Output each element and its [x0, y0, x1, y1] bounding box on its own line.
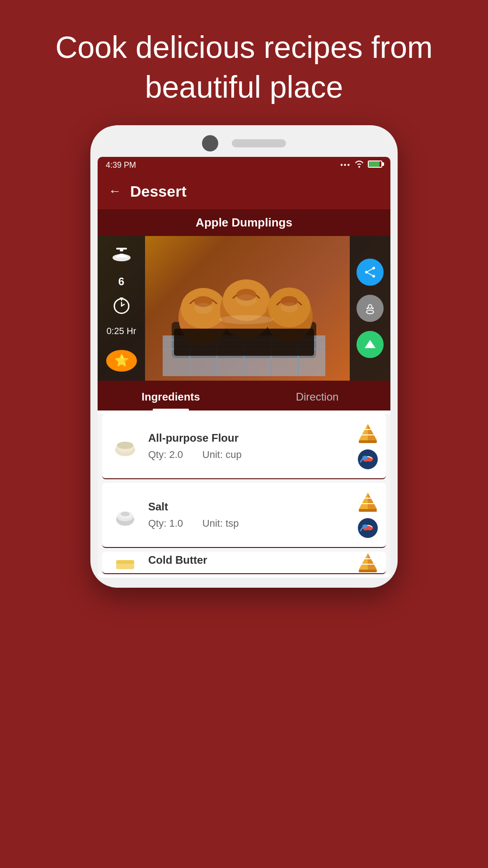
svg-point-34	[366, 310, 374, 314]
pyramid-icon-3	[357, 552, 379, 573]
ingredient-item: Cold Butter	[102, 552, 386, 574]
phone-shell: 4:39 PM ••• ← Dessert Apple Dumplings	[90, 125, 398, 588]
ingredient-details: Qty: 1.0 Unit: tsp	[148, 518, 350, 529]
svg-line-31	[366, 268, 374, 272]
svg-point-51	[121, 512, 130, 516]
share-button[interactable]	[357, 259, 384, 286]
play-button[interactable]	[357, 331, 384, 358]
phone-camera	[202, 135, 218, 151]
ingredient-details: Qty: 2.0 Unit: cup	[148, 449, 350, 461]
svg-rect-25	[116, 248, 127, 250]
battery-icon	[368, 160, 382, 170]
svg-point-58	[362, 524, 368, 528]
wifi-icon	[354, 160, 364, 170]
svg-rect-24	[120, 250, 123, 251]
bookmark-button[interactable]	[357, 295, 384, 322]
ingredient-icons	[357, 491, 379, 539]
svg-rect-60	[116, 560, 134, 564]
svg-marker-42	[368, 424, 377, 440]
favorite-button[interactable]: ⭐	[106, 350, 137, 372]
serving-count: 6	[118, 275, 124, 288]
svg-rect-27	[120, 297, 123, 299]
svg-rect-18	[174, 329, 314, 356]
ingredient-icons	[357, 552, 379, 573]
svg-rect-43	[359, 440, 377, 443]
ingredient-icons	[357, 422, 379, 470]
svg-point-22	[219, 315, 273, 324]
svg-point-33	[368, 305, 372, 308]
svg-point-36	[372, 307, 374, 309]
svg-point-19	[194, 303, 212, 314]
status-bar: 4:39 PM •••	[98, 157, 390, 174]
ingredient-name: All-purpose Flour	[148, 432, 350, 444]
ingredient-name: Salt	[148, 500, 350, 513]
svg-point-40	[117, 442, 133, 449]
back-button[interactable]: ←	[108, 184, 121, 198]
svg-point-47	[362, 456, 368, 459]
svg-marker-37	[365, 340, 375, 348]
svg-point-21	[281, 302, 298, 312]
svg-rect-54	[359, 509, 377, 512]
svg-marker-53	[368, 493, 377, 509]
header-title: Dessert	[130, 183, 187, 200]
ingredients-section: All-purpose Flour Qty: 2.0 Unit: cup	[98, 414, 390, 574]
recipe-time: 0:25 Hr	[107, 326, 136, 336]
food-image	[163, 241, 325, 376]
phone-speaker	[232, 139, 286, 147]
tab-ingredients[interactable]: Ingredients	[98, 381, 244, 410]
bg-tagline: Cook delicious recipes from beautiful pl…	[0, 0, 488, 125]
dots-icon: •••	[340, 161, 351, 169]
ingredient-image	[109, 430, 141, 462]
status-time: 4:39 PM	[106, 160, 136, 170]
pyramid-icon	[357, 422, 379, 444]
app-header: ← Dessert	[98, 174, 390, 209]
muscle-icon-2	[357, 517, 379, 539]
recipe-title-bar: Apple Dumplings	[98, 209, 390, 236]
phone-screen: 4:39 PM ••• ← Dessert Apple Dumplings	[98, 157, 390, 578]
left-panel: 6 0:25 Hr ⭐	[98, 236, 145, 381]
timer-icon	[113, 296, 131, 318]
tab-direction[interactable]: Direction	[244, 381, 390, 410]
pyramid-icon-2	[357, 491, 379, 513]
ingredient-item: All-purpose Flour Qty: 2.0 Unit: cup	[102, 414, 386, 479]
svg-line-32	[366, 272, 374, 276]
ingredient-image	[109, 499, 141, 531]
star-icon: ⭐	[114, 354, 129, 368]
svg-point-35	[366, 307, 368, 309]
svg-rect-63	[359, 570, 377, 572]
svg-point-20	[236, 294, 256, 306]
right-panel	[350, 236, 390, 381]
ingredient-image	[109, 552, 141, 574]
tabs-bar: Ingredients Direction	[98, 381, 390, 410]
serving-icon	[112, 245, 131, 267]
svg-marker-62	[368, 553, 377, 570]
ingredient-item: Salt Qty: 1.0 Unit: tsp	[102, 483, 386, 548]
ingredient-name: Cold Butter	[148, 554, 350, 566]
muscle-icon	[357, 448, 379, 470]
recipe-image-section: 6 0:25 Hr ⭐	[98, 236, 390, 381]
